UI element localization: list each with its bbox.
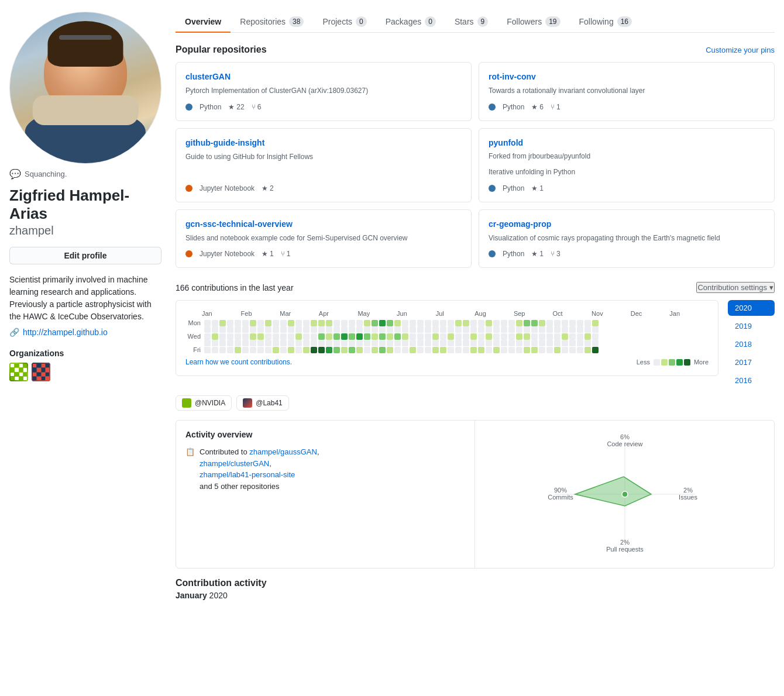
contribution-cell[interactable] xyxy=(554,340,561,346)
contribution-cell[interactable] xyxy=(318,347,325,353)
contribution-cell[interactable] xyxy=(531,326,538,333)
repo-name[interactable]: rot-inv-conv xyxy=(489,72,765,81)
contribution-cell[interactable] xyxy=(250,326,256,333)
contribution-cell[interactable] xyxy=(333,347,340,353)
contribution-cell[interactable] xyxy=(569,333,576,340)
contribution-cell[interactable] xyxy=(356,326,363,333)
contribution-cell[interactable] xyxy=(280,340,287,346)
contribution-cell[interactable] xyxy=(303,347,310,353)
contribution-cell[interactable] xyxy=(379,326,386,333)
contribution-cell[interactable] xyxy=(508,320,515,326)
contribution-cell[interactable] xyxy=(546,340,553,346)
contribution-cell[interactable] xyxy=(508,347,515,353)
contribution-cell[interactable] xyxy=(463,347,469,353)
contribution-cell[interactable] xyxy=(486,326,492,333)
contribution-cell[interactable] xyxy=(546,326,553,333)
contribution-cell[interactable] xyxy=(486,347,492,353)
contribution-cell[interactable] xyxy=(257,340,264,346)
contribution-cell[interactable] xyxy=(448,326,454,333)
year-button-2017[interactable]: 2017 xyxy=(728,354,775,370)
contribution-cell[interactable] xyxy=(356,333,363,340)
contribution-cell[interactable] xyxy=(219,347,226,353)
contribution-cell[interactable] xyxy=(250,320,256,326)
contribution-cell[interactable] xyxy=(562,333,568,340)
contribution-cell[interactable] xyxy=(227,320,233,326)
tab-following[interactable]: Following 16 xyxy=(570,12,642,33)
contribution-cell[interactable] xyxy=(204,320,211,326)
tab-followers[interactable]: Followers 19 xyxy=(497,12,569,33)
contribution-cell[interactable] xyxy=(387,347,393,353)
contribution-cell[interactable] xyxy=(356,320,363,326)
contribution-cell[interactable] xyxy=(250,340,256,346)
contribution-cell[interactable] xyxy=(554,347,561,353)
contribution-cell[interactable] xyxy=(554,333,561,340)
contribution-cell[interactable] xyxy=(448,333,454,340)
contribution-cell[interactable] xyxy=(257,333,264,340)
contribution-cell[interactable] xyxy=(524,347,530,353)
contribution-cell[interactable] xyxy=(531,333,538,340)
contribution-cell[interactable] xyxy=(288,340,294,346)
contribution-cell[interactable] xyxy=(280,326,287,333)
contribution-cell[interactable] xyxy=(349,320,355,326)
contribution-cell[interactable] xyxy=(372,340,378,346)
contribution-cell[interactable] xyxy=(554,320,561,326)
contribution-cell[interactable] xyxy=(417,320,424,326)
contribution-cell[interactable] xyxy=(539,326,545,333)
contribution-cell[interactable] xyxy=(372,320,378,326)
contribution-cell[interactable] xyxy=(341,347,348,353)
contribution-cell[interactable] xyxy=(273,326,279,333)
contribution-cell[interactable] xyxy=(539,340,545,346)
lab41-org-logo[interactable] xyxy=(32,363,50,381)
contribution-cell[interactable] xyxy=(372,326,378,333)
contribution-cell[interactable] xyxy=(524,340,530,346)
contribution-cell[interactable] xyxy=(524,326,530,333)
contribution-cell[interactable] xyxy=(333,333,340,340)
contribution-cell[interactable] xyxy=(303,340,310,346)
contribution-cell[interactable] xyxy=(349,333,355,340)
contribution-cell[interactable] xyxy=(508,326,515,333)
contribution-cell[interactable] xyxy=(463,326,469,333)
contribution-cell[interactable] xyxy=(227,347,233,353)
contribution-cell[interactable] xyxy=(493,347,500,353)
contribution-cell[interactable] xyxy=(531,340,538,346)
contribution-cell[interactable] xyxy=(295,333,302,340)
contribution-cell[interactable] xyxy=(387,326,393,333)
contribution-cell[interactable] xyxy=(569,340,576,346)
contribution-cell[interactable] xyxy=(569,347,576,353)
contribution-cell[interactable] xyxy=(577,320,583,326)
contribution-cell[interactable] xyxy=(448,320,454,326)
contribution-cell[interactable] xyxy=(577,326,583,333)
contribution-cell[interactable] xyxy=(364,320,370,326)
contribution-cell[interactable] xyxy=(219,320,226,326)
contribution-cell[interactable] xyxy=(402,333,408,340)
contribution-cell[interactable] xyxy=(235,347,241,353)
contribution-cell[interactable] xyxy=(577,340,583,346)
contribution-cell[interactable] xyxy=(212,320,218,326)
contribution-cell[interactable] xyxy=(326,347,332,353)
lab41-filter-button[interactable]: @Lab41 xyxy=(236,395,289,411)
contribution-cell[interactable] xyxy=(257,326,264,333)
contribution-cell[interactable] xyxy=(242,347,249,353)
contribution-cell[interactable] xyxy=(577,333,583,340)
contribution-cell[interactable] xyxy=(311,320,317,326)
contribution-cell[interactable] xyxy=(265,340,271,346)
contribution-cell[interactable] xyxy=(394,347,401,353)
contribution-cell[interactable] xyxy=(584,340,591,346)
contribution-cell[interactable] xyxy=(531,347,538,353)
year-button-2019[interactable]: 2019 xyxy=(728,318,775,334)
contribution-cell[interactable] xyxy=(341,326,348,333)
nvidia-org-logo[interactable] xyxy=(9,363,28,381)
contribution-cell[interactable] xyxy=(273,320,279,326)
contribution-cell[interactable] xyxy=(265,326,271,333)
contribution-cell[interactable] xyxy=(539,347,545,353)
contribution-cell[interactable] xyxy=(273,333,279,340)
contribution-cell[interactable] xyxy=(318,320,325,326)
contribution-cell[interactable] xyxy=(318,333,325,340)
contribution-cell[interactable] xyxy=(486,333,492,340)
year-button-2016[interactable]: 2016 xyxy=(728,373,775,388)
nvidia-filter-button[interactable]: @NVIDIA xyxy=(176,395,232,411)
contribution-cell[interactable] xyxy=(250,347,256,353)
contribution-cell[interactable] xyxy=(501,347,507,353)
contribution-cell[interactable] xyxy=(372,347,378,353)
contribution-cell[interactable] xyxy=(379,347,386,353)
